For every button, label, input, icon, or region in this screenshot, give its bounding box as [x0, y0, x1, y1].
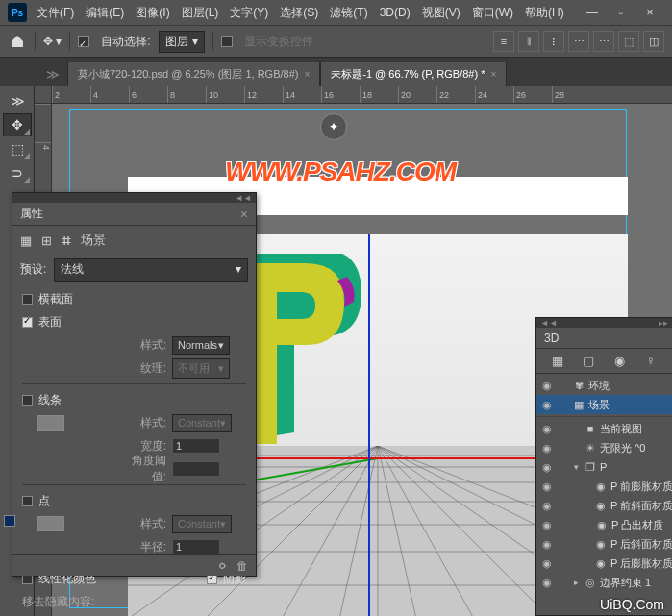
tree-item-label: P 前膨胀材质 [610, 480, 672, 494]
surface-checkbox[interactable] [22, 317, 33, 328]
tree-row[interactable]: ◉◉P 凸出材质 [536, 515, 672, 534]
radius-input[interactable] [172, 539, 220, 554]
close-button[interactable]: × [635, 3, 664, 22]
align-icon[interactable]: ⫴ [518, 31, 539, 52]
menu-layer[interactable]: 图层(L) [182, 5, 219, 21]
lines-color-swatch[interactable] [37, 415, 64, 431]
tree-row[interactable]: ◉✾环境 [536, 376, 672, 395]
visibility-toggle[interactable]: ◉ [540, 423, 554, 435]
tree-row[interactable]: ◉▾❐P [536, 457, 672, 477]
align-icon[interactable]: ≡ [493, 31, 514, 52]
tree-row[interactable]: ◉■当前视图 [536, 419, 672, 438]
scene-icon[interactable]: ▦ [20, 234, 32, 248]
home-icon[interactable] [8, 32, 27, 51]
tree-row[interactable]: ◉◉P 前斜面材质 [536, 496, 672, 515]
menu-window[interactable]: 窗口(W) [472, 5, 513, 21]
menu-edit[interactable]: 编辑(E) [86, 5, 124, 21]
hide-label: 移去隐藏内容: [22, 594, 94, 610]
watermark-footer: UiBQ.Com [600, 597, 664, 612]
marquee-tool[interactable]: ⬚ [3, 137, 32, 160]
cross-section-checkbox[interactable] [22, 294, 33, 305]
menu-select[interactable]: 选择(S) [280, 5, 318, 21]
menu-type[interactable]: 文字(Y) [230, 5, 268, 21]
visibility-toggle[interactable]: ◉ [540, 519, 554, 531]
expand-arrow[interactable]: ▸ [571, 578, 581, 587]
tree-item-label: P [600, 461, 607, 473]
angle-input[interactable] [172, 461, 220, 477]
tree-row[interactable]: ◉▦场景 [536, 395, 672, 414]
coord-icon[interactable]: ⵌ [62, 234, 71, 248]
3d-panel[interactable]: ◄◄▸▸ 3D ▦ ▢ ◉ ♀ ◉✾环境◉▦场景◉■当前视图◉☀无限光 ^0◉▾… [535, 317, 672, 616]
tree-item-icon: ◉ [594, 557, 608, 570]
tab-close-icon[interactable]: × [304, 69, 310, 80]
lasso-tool[interactable]: ⊃ [3, 161, 32, 185]
menu-3d[interactable]: 3D(D) [380, 6, 411, 19]
svg-line-5 [339, 446, 378, 616]
filter-scene-icon[interactable]: ▦ [547, 353, 568, 370]
tree-row[interactable]: ◉◉P 后膨胀材质 [536, 554, 672, 573]
auto-select-checkbox[interactable] [78, 36, 89, 47]
tree-item-icon: ◉ [594, 500, 608, 512]
minimize-button[interactable]: — [578, 3, 607, 22]
visibility-toggle[interactable]: ◉ [540, 399, 554, 411]
tree-item-icon: ◎ [584, 577, 597, 589]
tree-item-label: 当前视图 [600, 422, 642, 436]
panel-menu-icon[interactable]: × [240, 207, 248, 222]
preset-select[interactable]: 法线▾ [54, 258, 248, 282]
visibility-toggle[interactable]: ◉ [540, 461, 554, 474]
show-transform-label: 显示变换控件 [244, 34, 313, 50]
filter-mesh-icon[interactable]: ▢ [578, 353, 599, 370]
points-style-select: Constant▾ [172, 515, 232, 533]
3d-mode-icon[interactable]: ⬚ [618, 31, 639, 52]
ruler-horizontal[interactable]: 246810121416182022242628 [52, 86, 672, 104]
tree-row[interactable]: ◉◉P 后斜面材质 [536, 534, 672, 554]
visibility-toggle[interactable]: ◉ [540, 557, 554, 570]
document-tab[interactable]: 未标题-1 @ 66.7% (P, RGB/8#) * × [320, 62, 507, 86]
texture-label: 纹理: [118, 360, 166, 377]
menu-file[interactable]: 文件(F) [37, 5, 74, 21]
tool-arrows[interactable]: ≫ [3, 89, 32, 112]
points-checkbox[interactable] [22, 496, 33, 506]
menu-image[interactable]: 图像(I) [136, 5, 169, 21]
foreground-color-swatch[interactable] [4, 515, 15, 527]
visibility-toggle[interactable]: ◉ [540, 380, 554, 392]
mesh-icon[interactable]: ⊞ [41, 234, 52, 248]
maximize-button[interactable]: ▫ [607, 3, 635, 22]
menubar: Ps 文件(F) 编辑(E) 图像(I) 图层(L) 文字(Y) 选择(S) 滤… [0, 0, 672, 25]
lines-style-select: Constant▾ [172, 414, 232, 432]
width-input[interactable] [172, 438, 220, 454]
render-icon[interactable]: ⭘ [217, 559, 229, 573]
visibility-toggle[interactable]: ◉ [540, 442, 554, 455]
points-color-swatch[interactable] [37, 516, 64, 531]
visibility-toggle[interactable]: ◉ [540, 480, 554, 493]
3d-widget-icon[interactable]: ✦ [320, 113, 347, 140]
tree-row[interactable]: ◉☀无限光 ^0 [536, 438, 672, 457]
filter-material-icon[interactable]: ◉ [610, 353, 631, 370]
align-icon[interactable]: ⋯ [568, 31, 589, 52]
surface-style-select[interactable]: Normals▾ [172, 336, 230, 355]
panel-collapse-icon[interactable]: ◄◄ [235, 193, 252, 203]
tree-row[interactable]: ◉◉P 前膨胀材质 [536, 477, 672, 496]
tree-row[interactable]: ◉▸◎边界约束 1 [536, 573, 672, 592]
3d-mode-icon[interactable]: ◫ [643, 31, 664, 52]
document-tab[interactable]: 莫小城720-120.psd @ 6.25% (图层 1, RGB/8#) × [67, 62, 320, 86]
menu-help[interactable]: 帮助(H) [525, 5, 564, 21]
menu-view[interactable]: 视图(V) [422, 5, 460, 21]
radius-label: 半径: [118, 539, 166, 555]
visibility-toggle[interactable]: ◉ [540, 500, 554, 512]
filter-light-icon[interactable]: ♀ [640, 353, 661, 370]
lines-checkbox[interactable] [22, 395, 33, 406]
trash-icon[interactable]: 🗑 [236, 559, 248, 573]
move-tool[interactable]: ✥ [3, 113, 32, 136]
visibility-toggle[interactable]: ◉ [540, 577, 554, 589]
properties-panel[interactable]: ◄◄ 属性 × ▦ ⊞ ⵌ 场景 预设: 法线▾ 横截面 表面 样式:Norma… [12, 192, 257, 577]
more-icon[interactable]: ⋯ [593, 31, 614, 52]
tab-scroll-arrows[interactable]: ≫ [38, 62, 67, 86]
tab-close-icon[interactable]: × [490, 69, 496, 80]
expand-arrow[interactable]: ▾ [571, 462, 581, 472]
align-icon[interactable]: ⫶ [543, 31, 564, 52]
menu-filter[interactable]: 滤镜(T) [330, 5, 367, 21]
visibility-toggle[interactable]: ◉ [540, 538, 554, 551]
auto-select-target[interactable]: 图层 ▾ [159, 31, 205, 53]
show-transform-checkbox[interactable] [221, 36, 233, 47]
